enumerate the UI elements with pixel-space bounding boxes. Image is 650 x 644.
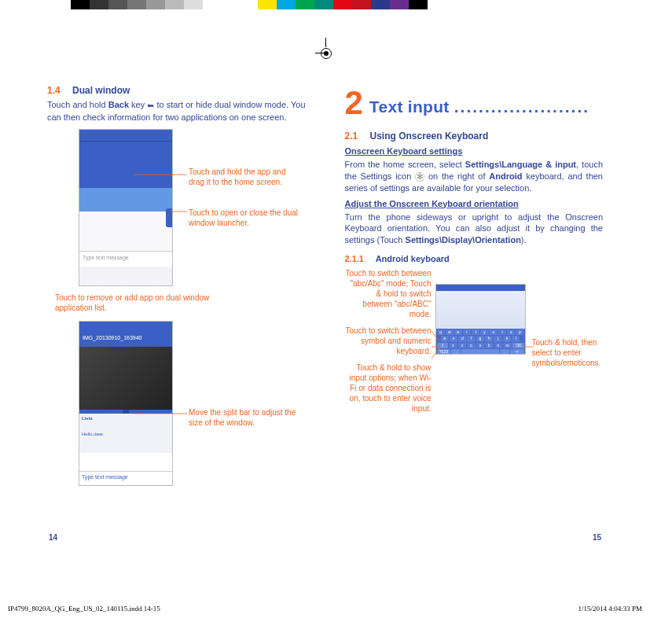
- registration-color-bar: [0, 0, 650, 16]
- section-2-1-1-heading: 2.1.1 Android keyboard: [345, 254, 604, 263]
- page-number-left: 14: [49, 533, 57, 542]
- page-spread: 1.4 Dual window Touch and hold Back key …: [0, 0, 650, 516]
- chapter-2-heading: 2 Text input ......................: [345, 85, 604, 116]
- back-key-icon: ➥: [147, 100, 154, 112]
- screenshot-dual-window: Type text message: [79, 129, 173, 286]
- footer-datetime: 1/15/2014 4:04:33 PM: [578, 605, 642, 613]
- orientation-para: Turn the phone sideways or upright to ad…: [345, 212, 604, 247]
- subhead-adjust-orientation: Adjust the Onscreen Keyboard orientation: [345, 199, 604, 208]
- android-keyboard-keys: qwertyuiop asdfghjkl ⇧zxcvbnm⌫ ?123,.↵: [436, 329, 525, 355]
- section-2-1-heading: 2.1 Using Onscreen Keyboard: [345, 131, 604, 142]
- page-15: 2 Text input ...................... 2.1 …: [345, 85, 604, 492]
- screenshot-keyboard: qwertyuiop asdfghjkl ⇧zxcvbnm⌫ ?123,.↵: [435, 284, 526, 355]
- chapter-number: 2: [345, 90, 363, 116]
- onscreen-settings-para: From the home screen, select Settings\La…: [345, 159, 604, 194]
- callout-open-launcher: Touch to open or close the dual window l…: [189, 208, 299, 228]
- dual-window-intro: Touch and hold Back key ➥ to start or hi…: [47, 99, 306, 123]
- gear-icon: [415, 172, 424, 182]
- section-number: 2.1: [345, 131, 358, 142]
- screenshot-split-bar: IMG_20130910_163940 Livia Hello,dear. Ty…: [79, 321, 173, 486]
- page-number-right: 15: [593, 533, 601, 542]
- section-number: 1.4: [47, 85, 61, 96]
- section-title: Using Onscreen Keyboard: [370, 131, 489, 142]
- section-title: Dual window: [72, 85, 130, 96]
- chapter-title: Text input: [369, 98, 450, 116]
- callout-split-bar: Move the split bar to adjust the size of…: [189, 407, 307, 428]
- callout-symbols-emoticons: Touch & hold, then select to enter symbo…: [532, 337, 619, 368]
- footer-filename: IP4799_8020A_QG_Eng_US_02_140115.indd 14…: [8, 605, 160, 613]
- callout-abc-mode: Touch to switch between "abc/Abc" mode; …: [345, 268, 431, 319]
- section-number: 2.1.1: [345, 254, 364, 263]
- section-title: Android keyboard: [376, 254, 450, 263]
- message-input-2: Type text message: [79, 471, 172, 485]
- callout-symbol-numeric: Touch to switch between symbol and numer…: [345, 326, 431, 356]
- split-bar-icon: [79, 410, 172, 414]
- message-input: Type text message: [79, 251, 172, 267]
- subhead-onscreen-settings: Onscreen Keyboard settings: [345, 146, 604, 156]
- dual-window-launcher-icon: [166, 208, 173, 227]
- figure-dual-window-2: IMG_20130910_163940 Livia Hello,dear. Ty…: [79, 321, 306, 486]
- callout-remove-add-app: Touch to remove or add app on dual windo…: [55, 293, 212, 313]
- section-1-4-heading: 1.4 Dual window: [47, 85, 306, 96]
- figure-android-keyboard: Touch to switch between "abc/Abc" mode; …: [345, 268, 604, 394]
- color-swatches: [258, 0, 428, 9]
- page-14: 1.4 Dual window Touch and hold Back key …: [47, 85, 306, 492]
- callout-drag-app: Touch and hold the app and drag it to th…: [189, 167, 299, 187]
- print-footer: IP4799_8020A_QG_Eng_US_02_140115.indd 14…: [0, 605, 650, 613]
- grayscale-swatches: [71, 0, 203, 9]
- callout-voice-input: Touch & hold to show input options; when…: [345, 362, 431, 414]
- figure-dual-window-1: Type text message Touch and hold the app…: [79, 129, 306, 286]
